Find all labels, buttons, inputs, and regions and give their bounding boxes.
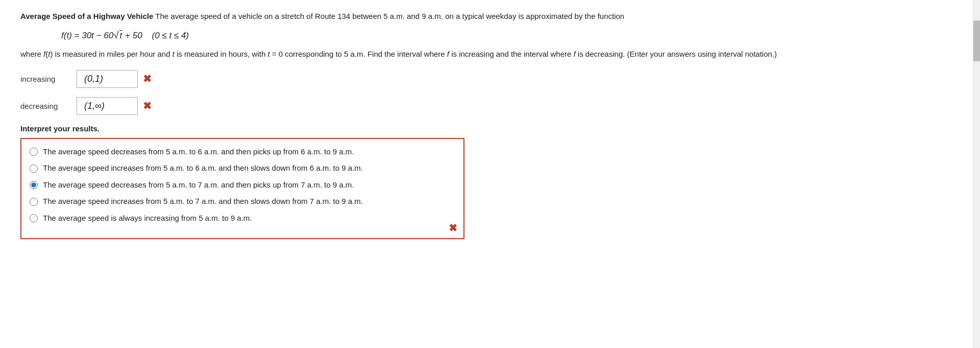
scrollbar-thumb[interactable] xyxy=(973,20,980,61)
radio-label-4[interactable]: The average speed increases from 5 a.m. … xyxy=(43,196,363,207)
increasing-xmark: ✖ xyxy=(143,73,152,85)
radio-options-box: The average speed decreases from 5 a.m. … xyxy=(20,138,464,240)
formula-text: f(t) = 30t − 60√t + 50 (0 ≤ t ≤ 4) xyxy=(61,31,189,40)
decreasing-input[interactable]: (1,∞) xyxy=(77,97,138,115)
radio-option-4[interactable]: The average speed increases from 5 a.m. … xyxy=(30,196,455,207)
decreasing-label: decreasing xyxy=(20,102,77,110)
radio-label-2[interactable]: The average speed increases from 5 a.m. … xyxy=(43,163,363,174)
increasing-input[interactable]: (0,1) xyxy=(77,70,138,88)
decreasing-xmark: ✖ xyxy=(143,100,152,112)
radio-option-3[interactable]: The average speed decreases from 5 a.m. … xyxy=(30,179,455,191)
radio-option-1[interactable]: The average speed decreases from 5 a.m. … xyxy=(30,146,455,158)
increasing-row: increasing (0,1) ✖ xyxy=(20,70,960,88)
increasing-label: increasing xyxy=(20,75,77,83)
scrollbar-track[interactable] xyxy=(973,0,980,249)
radio-input-1[interactable] xyxy=(30,148,38,156)
problem-description: The average speed of a vehicle on a stre… xyxy=(153,12,624,20)
interpret-label: Interpret your results. xyxy=(20,124,960,133)
radio-input-3[interactable] xyxy=(30,181,38,189)
decreasing-row: decreasing (1,∞) ✖ xyxy=(20,97,960,115)
radio-input-4[interactable] xyxy=(30,198,38,206)
answers-section: increasing (0,1) ✖ decreasing (1,∞) ✖ xyxy=(20,70,960,115)
formula-block: f(t) = 30t − 60√t + 50 (0 ≤ t ≤ 4) xyxy=(61,30,960,41)
description-text: where f(t) is measured in miles per hour… xyxy=(20,48,960,61)
radio-label-1[interactable]: The average speed decreases from 5 a.m. … xyxy=(43,146,354,158)
problem-text: Average Speed of a Highway Vehicle The a… xyxy=(20,10,960,22)
radio-input-2[interactable] xyxy=(30,165,38,173)
radio-label-3[interactable]: The average speed decreases from 5 a.m. … xyxy=(43,179,354,191)
radio-input-5[interactable] xyxy=(30,214,38,222)
problem-title: Average Speed of a Highway Vehicle xyxy=(20,12,153,20)
radio-option-5[interactable]: The average speed is always increasing f… xyxy=(30,213,455,224)
radio-box-xmark: ✖ xyxy=(449,222,457,234)
radio-label-5[interactable]: The average speed is always increasing f… xyxy=(43,213,252,224)
radio-option-2[interactable]: The average speed increases from 5 a.m. … xyxy=(30,163,455,174)
